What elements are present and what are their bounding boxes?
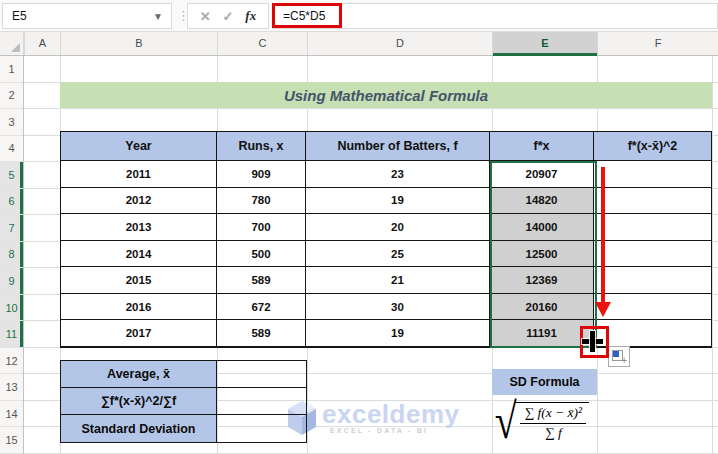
table-row: 2015 589 21 12369 — [61, 267, 711, 294]
radical-sign: √ — [495, 397, 517, 445]
watermark-name: exceldemy — [322, 399, 459, 430]
header-fxsq[interactable]: f*(x-x̄)^2 — [594, 132, 711, 160]
row-header-2[interactable]: 2 — [0, 83, 23, 110]
cell-C11[interactable]: 589 — [217, 320, 306, 346]
cell-E6[interactable]: 14820 — [490, 188, 594, 214]
table-row: 2016 672 30 20160 — [61, 294, 711, 321]
column-header-C[interactable]: C — [217, 32, 307, 55]
row-header-3[interactable]: 3 — [0, 109, 23, 136]
name-box[interactable]: E5 ▼ — [2, 3, 172, 29]
cell-C7[interactable]: 700 — [217, 214, 306, 240]
sd-formula-label-cell[interactable]: SD Formula — [492, 369, 597, 395]
cell-F5[interactable] — [594, 161, 711, 187]
cancel-icon[interactable]: ✕ — [200, 9, 211, 24]
summary-table: Average, x̄ ∑f*(x-x̄)^2/∑f Standard Devi… — [60, 360, 307, 443]
row-header-4[interactable]: 4 — [0, 136, 23, 163]
column-header-B[interactable]: B — [60, 32, 217, 55]
watermark-tagline: EXCEL - DATA - BI — [330, 427, 428, 434]
cell-F7[interactable] — [594, 214, 711, 240]
column-header-D[interactable]: D — [307, 32, 492, 55]
sd-formula-equation: √ ∑ f(x − x̄)² ∑ f — [492, 397, 589, 445]
red-annotation-arrow-line — [601, 167, 605, 303]
cell-D9[interactable]: 21 — [306, 267, 490, 293]
fill-handle-cursor-icon[interactable] — [582, 331, 603, 352]
value-stdev[interactable] — [217, 415, 306, 442]
title-banner-cell[interactable]: Using Mathematical Formula — [60, 82, 712, 108]
header-batters[interactable]: Number of Batters, f — [306, 132, 490, 160]
cell-D5[interactable]: 23 — [306, 161, 490, 187]
cell-B10[interactable]: 2016 — [61, 294, 217, 320]
insert-function-icon[interactable]: fx — [245, 8, 256, 24]
radicand: ∑ f(x − x̄)² ∑ f — [515, 402, 589, 441]
cell-B7[interactable]: 2013 — [61, 214, 217, 240]
header-year[interactable]: Year — [61, 132, 217, 160]
cell-F10[interactable] — [594, 294, 711, 320]
select-all-corner[interactable] — [0, 32, 24, 55]
cell-B5[interactable]: 2011 — [61, 161, 217, 187]
column-headers: A B C D E F — [0, 32, 718, 56]
red-annotation-arrow-head — [595, 302, 611, 317]
cell-C9[interactable]: 589 — [217, 267, 306, 293]
cell-F8[interactable] — [594, 241, 711, 267]
cell-C8[interactable]: 500 — [217, 241, 306, 267]
cell-E9[interactable]: 12369 — [490, 267, 594, 293]
red-annotation-formula-box — [272, 3, 342, 28]
row-header-1[interactable]: 1 — [0, 56, 23, 83]
row-header-11-selected[interactable]: 11 — [0, 321, 23, 348]
cell-B6[interactable]: 2012 — [61, 188, 217, 214]
cell-F11[interactable] — [594, 320, 711, 346]
cell-F6[interactable] — [594, 188, 711, 214]
enter-icon[interactable]: ✓ — [223, 9, 234, 24]
cell-B9[interactable]: 2015 — [61, 267, 217, 293]
cell-E10[interactable]: 20160 — [490, 294, 594, 320]
label-average[interactable]: Average, x̄ — [61, 361, 217, 387]
cell-C10[interactable]: 672 — [217, 294, 306, 320]
table-row: 2011 909 23 20907 — [61, 161, 711, 188]
column-header-E-selected[interactable]: E — [492, 32, 597, 55]
value-variance[interactable] — [217, 388, 306, 414]
column-header-F[interactable]: F — [597, 32, 718, 55]
cell-D6[interactable]: 19 — [306, 188, 490, 214]
row-header-15[interactable]: 15 — [0, 427, 23, 454]
cell-C6[interactable]: 780 — [217, 188, 306, 214]
row-header-10-selected[interactable]: 10 — [0, 295, 23, 322]
cell-E7[interactable]: 14000 — [490, 214, 594, 240]
row-header-7-selected[interactable]: 7 — [0, 215, 23, 242]
table-row: 2014 500 25 12500 — [61, 241, 711, 268]
cell-D8[interactable]: 25 — [306, 241, 490, 267]
cell-C5[interactable]: 909 — [217, 161, 306, 187]
cell-D11[interactable]: 19 — [306, 320, 490, 346]
row-header-5-selected[interactable]: 5 — [0, 162, 23, 189]
row-header-12[interactable]: 12 — [0, 348, 23, 375]
summary-row: Average, x̄ — [61, 361, 306, 388]
chevron-down-icon[interactable]: ▼ — [153, 11, 163, 22]
row-header-8-selected[interactable]: 8 — [0, 242, 23, 269]
formula-bar: E5 ▼ ⋮ ✕ ✓ fx =C5*D5 — [0, 0, 718, 32]
cell-D10[interactable]: 30 — [306, 294, 490, 320]
row-headers: 1 2 3 4 5 6 7 8 9 10 11 12 13 14 15 — [0, 56, 24, 454]
row-header-6-selected[interactable]: 6 — [0, 189, 23, 216]
excel-window: exceldemy EXCEL - DATA - BI Using Mathem… — [0, 0, 718, 454]
header-fx[interactable]: f*x — [490, 132, 594, 160]
label-variance[interactable]: ∑f*(x-x̄)^2/∑f — [61, 388, 217, 414]
row-header-13[interactable]: 13 — [0, 374, 23, 401]
column-header-A[interactable]: A — [24, 32, 60, 55]
cell-B8[interactable]: 2014 — [61, 241, 217, 267]
cell-B11[interactable]: 2017 — [61, 320, 217, 346]
formula-buttons: ✕ ✓ fx — [187, 3, 269, 29]
autofill-options-button[interactable]: + — [608, 346, 630, 367]
select-all-triangle-icon — [11, 43, 20, 52]
cell-E8[interactable]: 12500 — [490, 241, 594, 267]
table-row: 2012 780 19 14820 — [61, 188, 711, 215]
cell-D7[interactable]: 20 — [306, 214, 490, 240]
cell-E11[interactable]: 11191 — [490, 320, 594, 346]
cell-F9[interactable] — [594, 267, 711, 293]
header-runs[interactable]: Runs, x — [217, 132, 306, 160]
name-box-value: E5 — [12, 9, 27, 23]
row-header-14[interactable]: 14 — [0, 401, 23, 428]
label-stdev[interactable]: Standard Deviation — [61, 415, 217, 442]
table-row: 2017 589 19 11191 — [61, 320, 711, 347]
row-header-9-selected[interactable]: 9 — [0, 268, 23, 295]
cell-E5-active[interactable]: 20907 — [490, 161, 594, 187]
value-average[interactable] — [217, 361, 306, 387]
